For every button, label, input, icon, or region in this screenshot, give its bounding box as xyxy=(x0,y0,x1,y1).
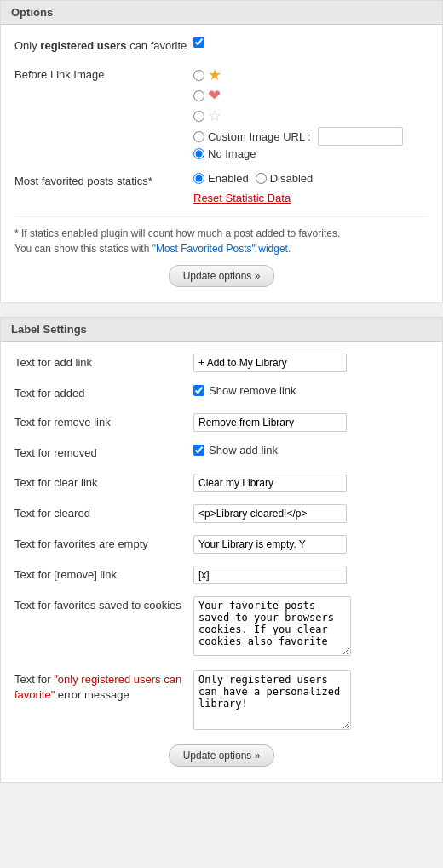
clear-link-control xyxy=(193,474,429,492)
added-row: Text for added Show remove link xyxy=(14,384,429,401)
remove-link-row: Text for remove link xyxy=(14,413,429,432)
disabled-radio[interactable] xyxy=(256,173,267,184)
options-info: * If statics enabled plugin will count h… xyxy=(14,226,429,256)
show-remove-link-checkbox[interactable] xyxy=(193,385,204,396)
clear-link-input[interactable] xyxy=(193,474,347,492)
clear-link-label: Text for clear link xyxy=(14,474,193,491)
favorites-empty-label: Text for favorites are empty xyxy=(14,535,193,552)
removed-row: Text for removed Show add link xyxy=(14,444,429,461)
added-label: Text for added xyxy=(14,384,193,401)
no-image-label: No Image xyxy=(208,147,256,160)
cleared-input[interactable] xyxy=(193,504,347,523)
options-update-row: Update options » xyxy=(14,265,429,287)
removed-label: Text for removed xyxy=(14,444,193,461)
show-add-link-label[interactable]: Show add link xyxy=(193,444,429,457)
custom-url-input[interactable] xyxy=(318,127,403,146)
saved-cookies-control: Your favorite posts saved to your browse… xyxy=(193,596,429,658)
cleared-label: Text for cleared xyxy=(14,504,193,521)
custom-url-label: Custom Image URL : xyxy=(208,130,311,143)
saved-cookies-textarea[interactable]: Your favorite posts saved to your browse… xyxy=(193,596,351,656)
info-text-end: . xyxy=(288,243,291,255)
options-section: Options Only registered users can favori… xyxy=(0,0,443,303)
options-update-button[interactable]: Update options » xyxy=(169,265,275,287)
error-message-textarea[interactable]: Only registered users can have a persona… xyxy=(193,670,351,730)
most-favorited-row: Most favorited posts statics* Enabled Di… xyxy=(14,172,429,204)
removed-control: Show add link xyxy=(193,444,429,457)
radio-star-outline[interactable] xyxy=(193,111,204,122)
add-link-label: Text for add link xyxy=(14,354,193,371)
remove-bracket-control xyxy=(193,566,429,584)
before-link-image-row: Before Link Image ★ ❤ ☆ Custom Image URL… xyxy=(14,66,429,160)
radio-custom-url[interactable] xyxy=(193,131,204,142)
radio-star-pink-item: ❤ xyxy=(193,86,429,105)
show-add-link-checkbox[interactable] xyxy=(193,445,204,456)
label-update-button[interactable]: Update options » xyxy=(169,744,275,767)
clear-link-row: Text for clear link xyxy=(14,474,429,492)
error-message-label: Text for "only registered users can favo… xyxy=(14,670,193,703)
error-message-row: Text for "only registered users can favo… xyxy=(14,670,429,733)
options-separator xyxy=(14,216,429,217)
remove-bracket-input[interactable] xyxy=(193,566,347,584)
disabled-label: Disabled xyxy=(270,172,314,185)
registered-users-label: Only registered users can favorite xyxy=(14,37,193,54)
disabled-radio-label[interactable]: Disabled xyxy=(256,172,314,185)
error-message-control: Only registered users can have a persona… xyxy=(193,670,429,733)
add-link-input[interactable] xyxy=(193,354,347,372)
saved-cookies-label: Text for favorites saved to cookies xyxy=(14,596,193,613)
favorites-empty-input[interactable] xyxy=(193,535,347,554)
radio-custom-url-item: Custom Image URL : xyxy=(193,127,429,146)
add-link-row: Text for add link xyxy=(14,354,429,372)
radio-star-outline-item: ☆ xyxy=(193,106,429,125)
remove-link-input[interactable] xyxy=(193,413,347,432)
label-settings-section: Label Settings Text for add link Text fo… xyxy=(0,317,443,782)
registered-users-row: Only registered users can favorite xyxy=(14,37,429,54)
options-section-title: Options xyxy=(1,1,442,25)
radio-star-yellow-item: ★ xyxy=(193,66,429,84)
show-add-link-text: Show add link xyxy=(209,444,278,457)
cleared-row: Text for cleared xyxy=(14,504,429,523)
remove-bracket-label: Text for [remove] link xyxy=(14,566,193,583)
favorites-empty-row: Text for favorites are empty xyxy=(14,535,429,554)
reset-statistic-link[interactable]: Reset Statistic Data xyxy=(193,192,291,204)
enabled-radio-label[interactable]: Enabled xyxy=(193,172,249,185)
before-link-image-label: Before Link Image xyxy=(14,66,193,83)
show-remove-link-label[interactable]: Show remove link xyxy=(193,384,429,397)
radio-star-yellow[interactable] xyxy=(193,70,204,81)
enabled-radio[interactable] xyxy=(193,173,204,184)
radio-no-image[interactable] xyxy=(193,148,204,159)
remove-link-control xyxy=(193,413,429,432)
star-outline-icon: ☆ xyxy=(208,106,222,125)
show-remove-link-text: Show remove link xyxy=(209,384,296,397)
most-favorited-control: Enabled Disabled Reset Statistic Data xyxy=(193,172,429,204)
favorites-empty-control xyxy=(193,535,429,554)
remove-link-label: Text for remove link xyxy=(14,413,193,430)
added-control: Show remove link xyxy=(193,384,429,397)
remove-bracket-row: Text for [remove] link xyxy=(14,566,429,584)
before-link-image-control: ★ ❤ ☆ Custom Image URL : No Image xyxy=(193,66,429,160)
enabled-label: Enabled xyxy=(208,172,249,185)
radio-star-pink[interactable] xyxy=(193,90,204,101)
add-link-control xyxy=(193,354,429,372)
cleared-control xyxy=(193,504,429,523)
info-text-2: You can show this statics with xyxy=(14,243,149,255)
registered-users-control xyxy=(193,37,429,50)
star-yellow-icon: ★ xyxy=(208,66,222,84)
radio-no-image-item: No Image xyxy=(193,147,429,160)
registered-users-checkbox[interactable] xyxy=(193,37,204,48)
most-favorited-label: Most favorited posts statics* xyxy=(14,172,193,189)
label-update-row: Update options » xyxy=(14,744,429,767)
saved-cookies-row: Text for favorites saved to cookies Your… xyxy=(14,596,429,658)
info-text-1: * If statics enabled plugin will count h… xyxy=(14,227,340,239)
label-settings-title: Label Settings xyxy=(1,318,442,342)
most-favorited-widget-link[interactable]: "Most Favorited Posts" widget xyxy=(152,243,288,255)
star-pink-icon: ❤ xyxy=(208,86,221,105)
